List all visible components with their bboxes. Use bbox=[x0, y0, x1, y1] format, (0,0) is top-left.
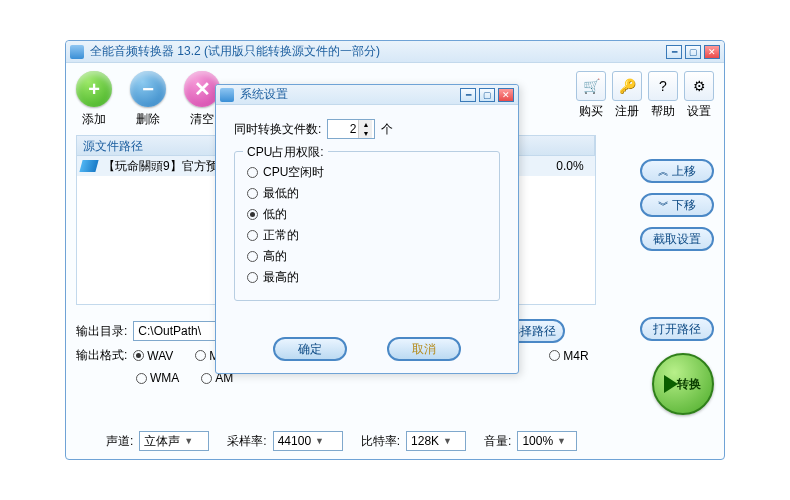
radio-icon bbox=[133, 350, 144, 361]
format-wav[interactable]: WAV bbox=[133, 349, 173, 363]
format-wma[interactable]: WMA bbox=[136, 371, 179, 385]
chevron-up-icon: ︽ bbox=[658, 167, 669, 175]
concurrent-input[interactable] bbox=[328, 122, 358, 136]
radio-icon bbox=[549, 350, 560, 361]
ok-button[interactable]: 确定 bbox=[273, 337, 347, 361]
cpu-normal[interactable]: 正常的 bbox=[247, 227, 487, 244]
dialog-maximize-button[interactable]: ▢ bbox=[479, 88, 495, 102]
bitrate-combo[interactable]: 128K▼ bbox=[406, 431, 466, 451]
volume-combo[interactable]: 100%▼ bbox=[517, 431, 577, 451]
file-icon bbox=[79, 160, 98, 172]
channel-label: 声道: bbox=[106, 433, 133, 450]
format-m4r[interactable]: M4R bbox=[549, 349, 588, 363]
chevron-down-icon: ▼ bbox=[315, 436, 324, 446]
dialog-titlebar[interactable]: 系统设置 ━ ▢ ✕ bbox=[216, 85, 518, 105]
settings-dialog: 系统设置 ━ ▢ ✕ 同时转换文件数: ▲▼ 个 CPU占用权限: CPU空闲时… bbox=[215, 84, 519, 374]
radio-icon bbox=[201, 373, 212, 384]
cpu-highest[interactable]: 最高的 bbox=[247, 269, 487, 286]
radio-icon bbox=[247, 272, 258, 283]
cpu-legend: CPU占用权限: bbox=[243, 144, 328, 161]
add-button[interactable]: + bbox=[76, 71, 112, 107]
radio-icon bbox=[195, 350, 206, 361]
radio-icon bbox=[247, 251, 258, 262]
cpu-high[interactable]: 高的 bbox=[247, 248, 487, 265]
radio-icon bbox=[136, 373, 147, 384]
chevron-down-icon: ▼ bbox=[557, 436, 566, 446]
open-path-button[interactable]: 打开路径 bbox=[640, 317, 714, 341]
maximize-button[interactable]: ▢ bbox=[685, 45, 701, 59]
channel-combo[interactable]: 立体声▼ bbox=[139, 431, 209, 451]
cut-settings-button[interactable]: 截取设置 bbox=[640, 227, 714, 251]
app-icon bbox=[70, 45, 84, 59]
concurrent-spinner[interactable]: ▲▼ bbox=[327, 119, 375, 139]
delete-label: 删除 bbox=[136, 111, 160, 128]
spin-down-icon[interactable]: ▼ bbox=[359, 129, 372, 138]
radio-icon bbox=[247, 188, 258, 199]
main-titlebar[interactable]: 全能音频转换器 13.2 (试用版只能转换源文件的一部分) ━ ▢ ✕ bbox=[66, 41, 724, 63]
close-button[interactable]: ✕ bbox=[704, 45, 720, 59]
cpu-low[interactable]: 低的 bbox=[247, 206, 487, 223]
concurrent-unit: 个 bbox=[381, 121, 393, 138]
dialog-close-button[interactable]: ✕ bbox=[498, 88, 514, 102]
cpu-fieldset: CPU占用权限: CPU空闲时 最低的 低的 正常的 高的 最高的 bbox=[234, 151, 500, 301]
convert-button[interactable]: 转换 bbox=[652, 353, 714, 415]
register-icon[interactable]: 🔑 bbox=[612, 71, 642, 101]
chevron-down-icon: ▼ bbox=[443, 436, 452, 446]
radio-icon bbox=[247, 167, 258, 178]
delete-button[interactable]: − bbox=[130, 71, 166, 107]
volume-label: 音量: bbox=[484, 433, 511, 450]
register-label: 注册 bbox=[615, 103, 639, 120]
help-icon[interactable]: ? bbox=[648, 71, 678, 101]
dialog-minimize-button[interactable]: ━ bbox=[460, 88, 476, 102]
cpu-idle[interactable]: CPU空闲时 bbox=[247, 164, 487, 181]
bitrate-label: 比特率: bbox=[361, 433, 400, 450]
move-up-button[interactable]: ︽上移 bbox=[640, 159, 714, 183]
buy-label: 购买 bbox=[579, 103, 603, 120]
add-label: 添加 bbox=[82, 111, 106, 128]
chevron-down-icon: ︾ bbox=[658, 201, 669, 209]
cpu-lowest[interactable]: 最低的 bbox=[247, 185, 487, 202]
radio-icon bbox=[247, 209, 258, 220]
right-toolbar: 🛒购买 🔑注册 ?帮助 ⚙设置 bbox=[576, 71, 714, 120]
sample-label: 采样率: bbox=[227, 433, 266, 450]
spin-up-icon[interactable]: ▲ bbox=[359, 120, 372, 129]
output-format-label: 输出格式: bbox=[76, 347, 127, 364]
clear-label: 清空 bbox=[190, 111, 214, 128]
help-label: 帮助 bbox=[651, 103, 675, 120]
app-title: 全能音频转换器 13.2 (试用版只能转换源文件的一部分) bbox=[90, 43, 666, 60]
bottom-row: 声道: 立体声▼ 采样率: 44100▼ 比特率: 128K▼ 音量: 100%… bbox=[106, 431, 577, 451]
radio-icon bbox=[247, 230, 258, 241]
chevron-down-icon: ▼ bbox=[184, 436, 193, 446]
minimize-button[interactable]: ━ bbox=[666, 45, 682, 59]
dialog-icon bbox=[220, 88, 234, 102]
concurrent-label: 同时转换文件数: bbox=[234, 121, 321, 138]
file-progress: 0.0% bbox=[545, 159, 595, 173]
buy-icon[interactable]: 🛒 bbox=[576, 71, 606, 101]
cancel-button[interactable]: 取消 bbox=[387, 337, 461, 361]
move-down-button[interactable]: ︾下移 bbox=[640, 193, 714, 217]
dialog-title: 系统设置 bbox=[240, 86, 460, 103]
output-dir-label: 输出目录: bbox=[76, 323, 127, 340]
settings-label: 设置 bbox=[687, 103, 711, 120]
side-buttons: ︽上移 ︾下移 截取设置 bbox=[640, 159, 714, 251]
settings-icon[interactable]: ⚙ bbox=[684, 71, 714, 101]
sample-combo[interactable]: 44100▼ bbox=[273, 431, 343, 451]
